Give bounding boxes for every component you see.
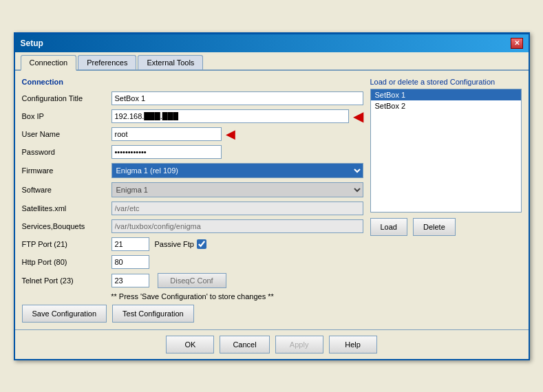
password-label: Password xyxy=(22,148,111,156)
http-port-input[interactable] xyxy=(111,255,149,269)
config-title-input[interactable] xyxy=(111,91,363,105)
passive-ftp-checkbox[interactable] xyxy=(197,239,206,249)
setup-window: Setup ✕ Connection Preferences External … xyxy=(14,32,530,360)
right-panel: Load or delete a stored Configuration Se… xyxy=(370,78,522,323)
box-ip-row: Box IP ◀ xyxy=(22,109,363,123)
config-title-label: Configuration Title xyxy=(22,94,111,102)
bottom-right-buttons: Load Delete xyxy=(370,218,522,236)
software-row: Software Enigma 1 xyxy=(22,182,363,197)
tab-connection[interactable]: Connection xyxy=(21,55,77,71)
box-ip-input[interactable] xyxy=(111,109,349,123)
window-title: Setup xyxy=(21,39,43,48)
username-label: User Name xyxy=(22,130,111,138)
satellites-label: Satellites.xml xyxy=(22,204,111,213)
delete-button[interactable]: Delete xyxy=(413,218,456,236)
telnet-port-input[interactable] xyxy=(111,274,149,287)
tab-preferences[interactable]: Preferences xyxy=(78,55,136,69)
firmware-label: Firmware xyxy=(22,166,111,175)
save-hint: ** Press 'Save Configuration' to store c… xyxy=(22,292,363,301)
password-input[interactable] xyxy=(111,145,222,159)
username-input[interactable] xyxy=(111,127,222,141)
software-label: Software xyxy=(22,186,111,194)
http-port-label: Http Port (80) xyxy=(22,258,111,266)
save-config-button[interactable]: Save Configuration xyxy=(22,305,107,323)
tab-bar: Connection Preferences External Tools xyxy=(15,52,529,71)
cancel-button[interactable]: Cancel xyxy=(220,336,269,353)
stored-config-item-0[interactable]: SetBox 1 xyxy=(371,89,521,100)
stored-config-label: Load or delete a stored Configuration xyxy=(370,78,522,86)
load-button[interactable]: Load xyxy=(370,218,407,236)
connection-section-title: Connection xyxy=(22,78,363,86)
stored-config-item-1[interactable]: SetBox 2 xyxy=(371,100,521,111)
firmware-row: Firmware Enigma 1 (rel 109) Enigma 2 xyxy=(22,163,363,178)
close-button[interactable]: ✕ xyxy=(511,38,523,49)
http-port-row: Http Port (80) xyxy=(22,255,363,269)
apply-button[interactable]: Apply xyxy=(275,336,323,353)
username-row: User Name ◀ xyxy=(22,127,363,141)
services-input[interactable] xyxy=(111,219,363,233)
stored-config-list: SetBox 1 SetBox 2 xyxy=(370,89,522,213)
test-config-button[interactable]: Test Configuration xyxy=(112,305,194,323)
ok-button[interactable]: OK xyxy=(166,336,214,353)
satellites-row: Satellites.xml xyxy=(22,202,363,215)
ftp-port-label: FTP Port (21) xyxy=(22,240,111,248)
telnet-port-label: Telnet Port (23) xyxy=(22,276,111,285)
main-content: Connection Configuration Title Box IP ◀ … xyxy=(15,71,529,329)
ftp-port-input[interactable] xyxy=(111,237,149,251)
services-label: Services,Bouquets xyxy=(22,222,111,230)
bottom-left-buttons: Save Configuration Test Configuration xyxy=(22,305,363,323)
help-button[interactable]: Help xyxy=(329,336,377,353)
box-ip-label: Box IP xyxy=(22,112,111,120)
left-panel: Connection Configuration Title Box IP ◀ … xyxy=(22,78,363,323)
satellites-input[interactable] xyxy=(111,202,363,215)
software-select[interactable]: Enigma 1 xyxy=(111,182,363,197)
config-title-row: Configuration Title xyxy=(22,91,363,105)
passive-ftp-label: Passive Ftp xyxy=(155,240,194,248)
password-row: Password xyxy=(22,145,363,159)
box-ip-arrow: ◀ xyxy=(353,109,363,123)
tab-external-tools[interactable]: External Tools xyxy=(138,55,203,69)
telnet-port-row: Telnet Port (23) DiseqC Conf xyxy=(22,273,363,288)
firmware-select[interactable]: Enigma 1 (rel 109) Enigma 2 xyxy=(111,163,363,178)
services-row: Services,Bouquets xyxy=(22,219,363,233)
ftp-port-row: FTP Port (21) Passive Ftp xyxy=(22,237,363,251)
passive-ftp-group: Passive Ftp xyxy=(155,239,206,249)
title-bar: Setup ✕ xyxy=(15,34,529,52)
diseqc-button[interactable]: DiseqC Conf xyxy=(158,273,226,288)
footer: OK Cancel Apply Help xyxy=(15,329,529,359)
username-arrow: ◀ xyxy=(226,128,235,140)
